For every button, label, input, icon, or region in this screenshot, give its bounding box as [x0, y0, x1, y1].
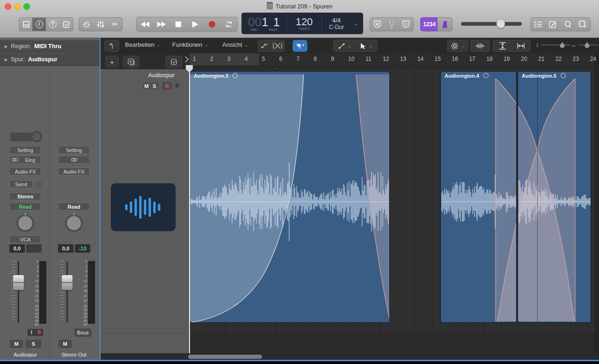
track-header-config-button[interactable] [165, 56, 182, 68]
record-button[interactable] [204, 17, 221, 32]
volume-slider-knob[interactable] [497, 20, 505, 28]
mixer-button[interactable] [93, 17, 108, 31]
duplicate-track-button[interactable] [123, 56, 139, 68]
drag-mode-button[interactable] [270, 40, 285, 52]
menu-funktionen[interactable]: Funktionen⌄ [172, 41, 208, 48]
vca-button-left[interactable]: VCA [9, 235, 41, 243]
list-editors-button[interactable] [530, 17, 546, 31]
inspector-button[interactable]: i [32, 17, 46, 31]
automation-mode-right[interactable]: Read [58, 203, 90, 211]
control-bar-settings-button[interactable] [79, 17, 94, 31]
audio-region-4[interactable]: Audioregion.4 [440, 71, 517, 323]
audio-fx-button-right[interactable]: Audio FX [58, 167, 90, 175]
menu-bearbeiten[interactable]: Bearbeiten⌄ [125, 41, 160, 48]
automation-curve-button[interactable] [257, 40, 271, 52]
vertical-zoom-slider[interactable]: ↕ [536, 42, 570, 48]
horizontal-scrollbar[interactable] [101, 353, 599, 360]
region-inspector-header[interactable]: ▶ Region: MIDI Thru [0, 40, 100, 53]
setting-button-right[interactable]: Setting [58, 146, 90, 154]
track-inspector-header[interactable]: ▶ Spur: Audiospur [0, 53, 100, 66]
quick-help-button[interactable]: ? [46, 17, 60, 31]
apple-loops-button[interactable] [560, 17, 576, 31]
track-record-enable-button[interactable]: R [161, 81, 173, 90]
volume-slider-track[interactable] [461, 22, 522, 26]
toolbar-toggle-button[interactable] [59, 17, 73, 31]
note-pads-button[interactable] [545, 17, 561, 31]
metronome-button[interactable] [438, 17, 453, 31]
fader-right[interactable]: 03691215182124303540455060 [59, 261, 100, 323]
disclosure-triangle-icon[interactable]: ▶ [5, 58, 7, 62]
master-volume-slider[interactable] [461, 21, 522, 27]
send-button-left[interactable]: Send [9, 180, 33, 188]
play-button[interactable] [187, 17, 204, 32]
record-enable-button-strip[interactable]: R [35, 328, 44, 336]
add-track-button[interactable]: + [105, 56, 119, 68]
region-loop-icon[interactable] [561, 73, 566, 78]
peak-value-right[interactable]: -13 [75, 244, 90, 253]
fader-cap-left[interactable] [13, 275, 24, 290]
track-icon[interactable] [111, 183, 175, 231]
horizontal-zoom-handle[interactable] [584, 42, 590, 48]
snap-mode-button[interactable] [292, 40, 307, 52]
pan-knob-left[interactable] [16, 214, 34, 232]
fader-cap-right[interactable] [62, 275, 73, 290]
editors-button[interactable]: ✂ [108, 17, 123, 31]
audio-fx-button-left[interactable]: Audio FX [9, 167, 41, 175]
vertical-scroll-area[interactable] [594, 38, 599, 360]
inspector-divider[interactable] [100, 38, 101, 360]
bounce-button[interactable]: Bnce [74, 328, 92, 337]
catch-playhead-button[interactable] [104, 40, 119, 52]
input-button-left[interactable]: Eing [9, 156, 41, 164]
automation-mode-left[interactable]: Read [9, 203, 41, 211]
horizontal-zoom-slider[interactable]: ↔ [571, 42, 599, 48]
mute-button-right[interactable]: M [58, 339, 72, 349]
left-click-tool-menu[interactable]: ⌄ [333, 40, 357, 52]
track-settings-menu[interactable]: ⌄ [447, 40, 468, 52]
arrange-area-below-tracks[interactable] [190, 333, 594, 353]
solo-shield-button[interactable]: S [399, 17, 414, 31]
audio-region-3[interactable]: Audioregion.3 [190, 71, 390, 323]
send-knob[interactable] [35, 180, 43, 189]
tuner-button[interactable] [384, 17, 399, 31]
lcd-menu-chevron[interactable]: ⌄ [351, 13, 361, 34]
disclosure-triangle-icon[interactable]: ▶ [5, 44, 7, 49]
gain-knob[interactable] [31, 131, 42, 142]
output-format-button-left[interactable]: Stereo [9, 192, 41, 200]
horizontal-auto-zoom-button[interactable] [511, 40, 531, 52]
media-browser-button[interactable]: ♪ [575, 17, 591, 31]
playhead-line[interactable] [189, 66, 190, 353]
region-loop-icon[interactable] [233, 73, 238, 78]
solo-button-left[interactable]: S [25, 339, 42, 349]
bar-ruler[interactable]: 123456789101112131415161718192021222324 [190, 53, 594, 66]
input-monitoring-dot[interactable] [175, 83, 179, 87]
peak-value-left[interactable] [26, 244, 42, 253]
stop-button[interactable] [170, 17, 187, 32]
vertical-auto-zoom-button[interactable] [493, 40, 512, 52]
eq-display[interactable] [10, 132, 32, 141]
forward-button[interactable] [153, 17, 170, 32]
waveform-zoom-button[interactable] [470, 40, 490, 52]
volume-value-left[interactable]: 0,0 [9, 244, 25, 253]
low-latency-button[interactable] [370, 17, 385, 31]
lcd-display[interactable]: 001 1 TAKT BEAT 120 TEMPO 4/4 C-Dur ⌄ [241, 13, 363, 34]
vertical-zoom-handle[interactable] [560, 42, 565, 48]
count-in-button[interactable]: 1234 [420, 17, 438, 31]
library-button[interactable] [19, 17, 33, 31]
region-loop-icon[interactable] [483, 73, 489, 78]
input-button-right[interactable] [58, 156, 90, 164]
pan-knob-right[interactable] [65, 214, 83, 232]
horizontal-scroll-thumb[interactable] [188, 355, 262, 359]
menu-ansicht[interactable]: Ansicht⌄ [222, 41, 248, 48]
setting-button-left[interactable]: Setting [9, 146, 41, 154]
mute-button-left[interactable]: M [9, 339, 23, 349]
track-solo-button[interactable]: S [150, 81, 159, 90]
track-header[interactable]: Audiospur M S R [101, 69, 190, 353]
track-mute-button[interactable]: M [142, 81, 151, 90]
rewind-button[interactable] [136, 17, 154, 32]
scissors-icon: ✂ [112, 20, 118, 29]
cycle-button[interactable] [220, 17, 238, 32]
command-click-tool-menu[interactable]: ⌄ [356, 40, 378, 52]
volume-value-right[interactable]: 0,0 [58, 244, 73, 253]
fader-left[interactable]: 03691215182124303540455060 [10, 261, 51, 323]
audio-region-5[interactable]: Audioregion.5 [518, 71, 591, 323]
